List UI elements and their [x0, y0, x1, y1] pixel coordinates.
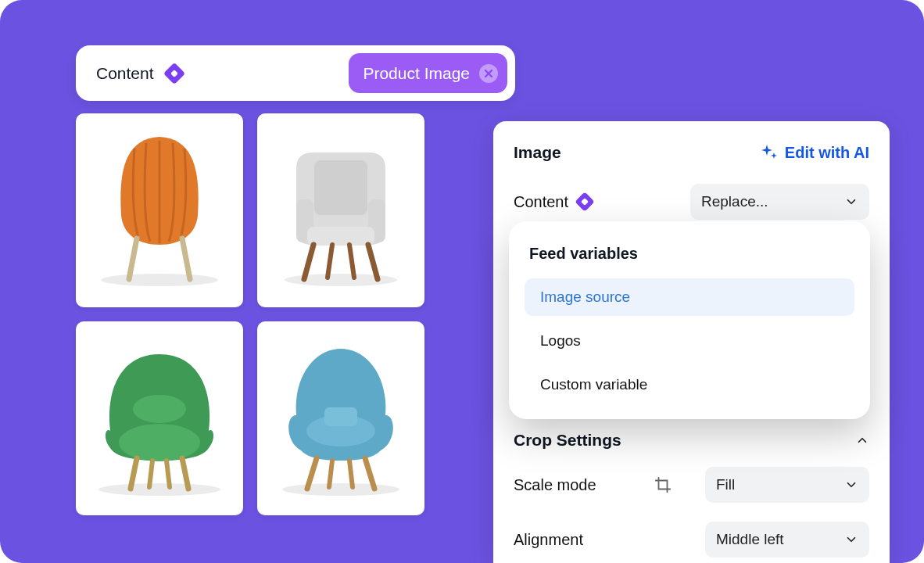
thumbnail-green-chair[interactable] — [76, 321, 243, 515]
chip-remove-button[interactable] — [479, 64, 498, 83]
chevron-down-icon — [844, 195, 858, 209]
alignment-label: Alignment — [514, 531, 583, 549]
edit-with-ai-button[interactable]: Edit with AI — [760, 143, 869, 162]
sparkle-icon — [760, 143, 779, 162]
svg-rect-11 — [324, 407, 357, 426]
replace-select-value: Replace... — [701, 193, 768, 210]
dropdown-item-custom-variable[interactable]: Custom variable — [525, 366, 854, 403]
thumbnail-grid — [76, 113, 424, 515]
svg-point-6 — [98, 483, 220, 496]
crop-settings-title: Crop Settings — [514, 431, 621, 450]
chevron-down-icon — [844, 478, 858, 492]
scale-mode-value: Fill — [716, 476, 735, 493]
content-chip-bar: Content Product Image — [76, 45, 515, 101]
content-label: Content — [96, 64, 154, 83]
dropdown-item-label: Custom variable — [540, 376, 647, 393]
dropdown-item-image-source[interactable]: Image source — [525, 278, 854, 316]
alignment-value: Middle left — [716, 531, 784, 548]
svg-rect-5 — [307, 227, 374, 246]
chevron-up-icon — [855, 433, 869, 447]
variable-diamond-icon — [578, 195, 592, 209]
app-canvas: Content Product Image — [0, 0, 924, 563]
edit-with-ai-label: Edit with AI — [785, 144, 869, 162]
chair-orange-icon — [76, 113, 243, 307]
dropdown-title: Feed variables — [529, 245, 854, 263]
dropdown-item-label: Logos — [540, 332, 581, 350]
chevron-down-icon — [844, 533, 858, 547]
panel-title: Image — [514, 143, 561, 162]
crop-icon — [654, 476, 672, 493]
alignment-select[interactable]: Middle left — [705, 522, 869, 558]
svg-point-9 — [282, 483, 399, 496]
alignment-row: Alignment Middle left — [514, 522, 869, 558]
crop-settings-header[interactable]: Crop Settings — [514, 431, 869, 450]
scale-mode-select[interactable]: Fill — [705, 467, 869, 503]
svg-point-0 — [101, 274, 218, 286]
svg-point-7 — [119, 424, 200, 461]
chair-gray-icon — [257, 113, 424, 307]
thumbnail-gray-chair[interactable] — [257, 113, 424, 307]
svg-rect-2 — [314, 160, 367, 215]
svg-point-8 — [133, 395, 186, 423]
product-image-chip[interactable]: Product Image — [349, 53, 507, 93]
thumbnail-blue-chair[interactable] — [257, 321, 424, 515]
dropdown-item-logos[interactable]: Logos — [525, 322, 854, 360]
content-field-label: Content — [514, 193, 568, 211]
svg-point-1 — [285, 274, 397, 286]
variable-diamond-icon — [167, 66, 182, 81]
chair-green-icon — [76, 321, 243, 515]
chair-blue-icon — [257, 321, 424, 515]
chip-label: Product Image — [363, 64, 470, 83]
content-row: Content Replace... — [514, 184, 869, 220]
feed-variables-dropdown: Feed variables Image source Logos Custom… — [509, 221, 870, 419]
scale-mode-label: Scale mode — [514, 476, 596, 494]
thumbnail-orange-chair[interactable] — [76, 113, 243, 307]
dropdown-item-label: Image source — [540, 289, 630, 306]
scale-mode-row: Scale mode Fill — [514, 467, 869, 503]
replace-select[interactable]: Replace... — [690, 184, 869, 220]
